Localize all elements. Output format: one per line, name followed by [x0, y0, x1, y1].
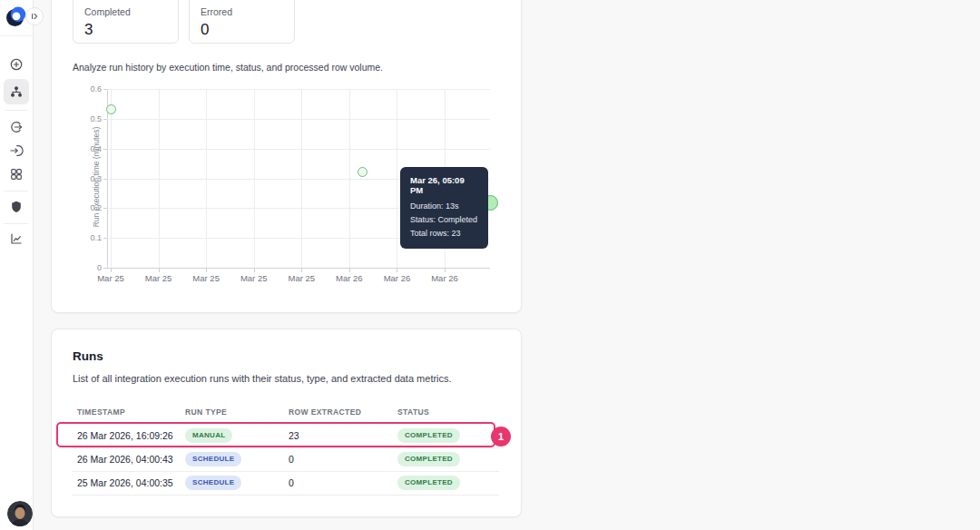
- x-tick-label: Mar 25: [234, 273, 274, 283]
- stat-value: 0: [201, 21, 283, 39]
- sidebar-divider: [5, 110, 28, 111]
- y-tick-label: 0.5: [76, 114, 102, 123]
- y-tick-mark: [103, 149, 107, 150]
- x-tick-mark: [206, 269, 207, 272]
- x-gridline: [111, 89, 112, 268]
- stat-value: 3: [84, 21, 167, 39]
- column-header-row-extracted: ROW EXTRACTED: [289, 407, 361, 417]
- line-chart-icon: [9, 231, 24, 246]
- sidebar: [0, 0, 34, 530]
- cell-rows-extracted: 0: [289, 447, 294, 471]
- y-gridline: [107, 89, 490, 90]
- x-tick-mark: [349, 269, 350, 272]
- grid-icon: [9, 167, 24, 182]
- table-row[interactable]: 26 Mar 2026, 04:00:43SCHEDULE0COMPLETED: [73, 447, 499, 471]
- y-tick-label: 0.4: [76, 144, 102, 153]
- sidebar-item-integrations[interactable]: [4, 79, 29, 104]
- column-header-run-type: RUN TYPE: [185, 407, 227, 417]
- x-tick-label: Mar 25: [139, 273, 179, 283]
- app-root: Completed 3 Errored 0 Analyze run histor…: [0, 0, 980, 530]
- y-tick-mark: [103, 208, 107, 209]
- chart-tooltip: Mar 26, 05:09 PM Duration: 13s Status: C…: [400, 167, 488, 249]
- stat-card-errored: Errored 0: [189, 0, 295, 44]
- cell-timestamp: 25 Mar 2026, 04:00:35: [77, 471, 173, 495]
- row-separator: [73, 495, 499, 496]
- x-gridline: [301, 89, 302, 268]
- sidebar-item-add[interactable]: [4, 52, 29, 77]
- scatter-point-1[interactable]: [106, 104, 116, 114]
- sidebar-item-security[interactable]: [4, 194, 29, 220]
- user-avatar[interactable]: [7, 501, 33, 526]
- stat-card-completed: Completed 3: [73, 0, 179, 44]
- y-tick-label: 0.1: [76, 233, 102, 242]
- runs-description: List of all integration execution runs w…: [73, 373, 452, 384]
- shield-icon: [9, 200, 24, 214]
- sidebar-item-analytics[interactable]: [4, 226, 29, 251]
- tooltip-total-rows: Total rows: 23: [410, 227, 478, 240]
- x-tick-label: Mar 26: [377, 273, 416, 283]
- status-badge: COMPLETED: [397, 476, 460, 490]
- x-tick-label: Mar 25: [281, 273, 321, 283]
- y-tick-mark: [103, 119, 107, 120]
- x-axis-line: [107, 268, 490, 269]
- history-description: Analyze run history by execution time, s…: [73, 62, 383, 73]
- x-tick-mark: [254, 269, 255, 272]
- plus-circle-icon: [9, 57, 24, 72]
- sidebar-item-import[interactable]: [4, 138, 29, 163]
- x-tick-label: Mar 26: [425, 273, 465, 283]
- column-header-status: STATUS: [397, 407, 429, 417]
- x-gridline: [206, 89, 207, 268]
- tooltip-title: Mar 26, 05:09 PM: [410, 175, 478, 195]
- x-tick-mark: [301, 269, 302, 272]
- y-tick-mark: [103, 89, 107, 90]
- y-tick-mark: [103, 238, 107, 239]
- stat-label: Errored: [201, 6, 283, 17]
- status-badge: COMPLETED: [397, 452, 460, 466]
- x-gridline: [349, 89, 350, 268]
- run-type-badge: MANUAL: [185, 428, 232, 443]
- column-header-timestamp: TIMESTAMP: [77, 407, 125, 417]
- table-row[interactable]: 26 Mar 2026, 16:09:26MANUAL23COMPLETED: [73, 424, 499, 447]
- cell-rows-extracted: 0: [289, 471, 294, 495]
- cell-rows-extracted: 23: [289, 424, 299, 447]
- y-gridline: [107, 149, 490, 150]
- annotation-marker-1: 1: [491, 427, 511, 447]
- y-tick-label: 0: [76, 263, 102, 272]
- y-gridline: [107, 119, 490, 120]
- run-type-badge: SCHEDULE: [185, 476, 241, 490]
- expand-icon: [30, 12, 39, 21]
- x-gridline: [254, 89, 255, 268]
- y-tick-label: 0.2: [76, 203, 102, 212]
- sidebar-expand-button[interactable]: [25, 7, 44, 25]
- y-tick-label: 0.6: [76, 84, 102, 93]
- scatter-point-2[interactable]: [358, 167, 368, 177]
- x-tick-label: Mar 26: [329, 273, 369, 283]
- arrow-in-circle-icon: [9, 143, 24, 158]
- x-tick-mark: [397, 269, 397, 272]
- table-row[interactable]: 25 Mar 2026, 04:00:35SCHEDULE0COMPLETED: [73, 471, 499, 495]
- arrow-out-circle-icon: [9, 120, 24, 134]
- x-tick-mark: [445, 269, 446, 272]
- sidebar-item-export[interactable]: [4, 114, 29, 140]
- x-tick-label: Mar 25: [91, 273, 131, 283]
- x-gridline: [159, 89, 160, 268]
- run-type-badge: SCHEDULE: [185, 452, 241, 466]
- cell-timestamp: 26 Mar 2026, 04:00:43: [77, 447, 173, 471]
- y-tick-mark: [103, 179, 107, 180]
- y-tick-label: 0.3: [76, 174, 102, 183]
- x-tick-mark: [111, 269, 112, 272]
- sidebar-divider: [5, 223, 28, 224]
- tooltip-status: Status: Completed: [410, 213, 478, 227]
- y-tick-mark: [103, 268, 107, 269]
- sitemap-icon: [9, 84, 24, 99]
- x-tick-label: Mar 25: [186, 273, 226, 283]
- stat-label: Completed: [84, 6, 167, 17]
- status-badge: COMPLETED: [397, 428, 460, 443]
- tooltip-duration: Duration: 13s: [410, 200, 478, 213]
- avatar-photo: [7, 501, 33, 526]
- x-tick-mark: [159, 269, 160, 272]
- sidebar-divider: [5, 191, 28, 191]
- cell-timestamp: 26 Mar 2026, 16:09:26: [77, 424, 173, 447]
- sidebar-item-apps[interactable]: [4, 162, 29, 187]
- runs-title: Runs: [73, 349, 103, 363]
